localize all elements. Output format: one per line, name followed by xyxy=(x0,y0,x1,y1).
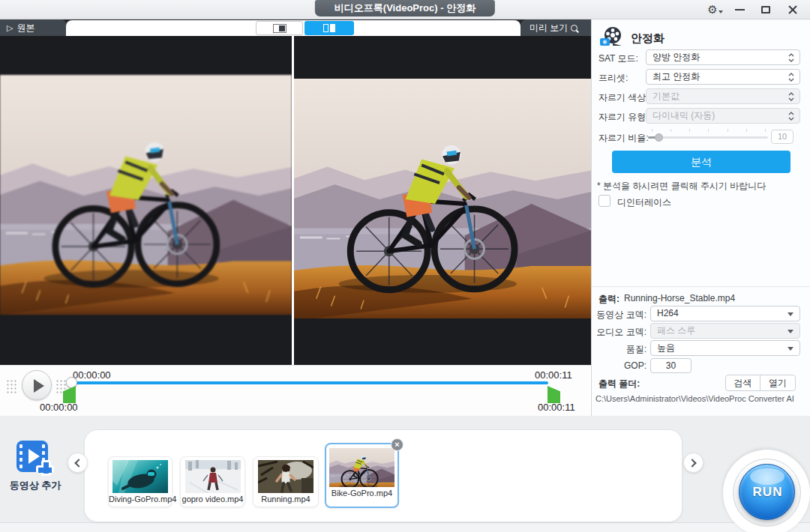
running-thumbnail xyxy=(258,460,314,493)
split-view-icon xyxy=(323,24,335,32)
film-reel-icon xyxy=(599,25,625,48)
timeline-bar: 00:00:00 00:00:11 00:00:00 00:00:11 xyxy=(0,365,591,416)
sat-mode-select[interactable]: 양방 안정화 xyxy=(646,49,800,65)
quality-value: 높음 xyxy=(657,342,675,353)
quality-select[interactable]: 높음 xyxy=(650,340,800,356)
panel-divider xyxy=(592,286,810,287)
maximize-button[interactable] xyxy=(755,0,776,19)
tab-original-label: 원본 xyxy=(16,22,34,33)
media-item-bike-selected[interactable]: × Bike-GoPro.mp4 xyxy=(325,443,399,508)
next-button[interactable] xyxy=(683,453,704,473)
media-item-running[interactable]: Running.mp4 xyxy=(253,456,319,507)
magnifier-icon xyxy=(571,25,578,31)
preset-select[interactable]: 최고 안정화 xyxy=(646,69,800,85)
trim-end-marker[interactable] xyxy=(548,386,560,403)
settings-gear-icon[interactable]: ⚙ xyxy=(704,1,722,18)
panel-title: 안정화 xyxy=(631,31,664,46)
play-button[interactable] xyxy=(22,370,52,400)
crop-ratio-input[interactable]: 10 xyxy=(771,130,794,144)
deinterlace-label: 디인터레이스 xyxy=(617,196,671,209)
media-item-name: Running.mp4 xyxy=(254,493,318,506)
audio-codec-select[interactable]: 패스 스루 xyxy=(650,323,800,339)
sat-mode-label: SAT 모드: xyxy=(598,52,638,65)
playhead-time: 00:00:00 xyxy=(73,369,111,381)
preview-button[interactable]: 미리 보기 xyxy=(520,19,591,36)
run-button-ring: RUN xyxy=(733,459,801,527)
bike-thumbnail xyxy=(329,448,394,487)
analyze-button[interactable]: 분석 xyxy=(612,151,790,173)
gop-label: GOP: xyxy=(596,360,646,371)
slider-thumb[interactable] xyxy=(655,133,663,142)
original-video-frame xyxy=(0,75,292,315)
run-gloss xyxy=(750,468,784,485)
stabilized-video-frame xyxy=(294,79,591,318)
play-outline-icon: ▷ xyxy=(7,23,13,32)
crop-color-value: 기본값 xyxy=(652,91,680,101)
add-video-label[interactable]: 동영상 추가 xyxy=(3,479,68,492)
media-item-name: gopro video.mp4 xyxy=(181,493,244,506)
view-toggle-single[interactable] xyxy=(256,21,303,35)
folder-buttons: 검색 열기 xyxy=(725,375,796,391)
prev-button[interactable] xyxy=(68,453,88,473)
crop-ratio-label: 자르기 비율: xyxy=(598,132,649,145)
preset-value: 최고 안정화 xyxy=(652,71,700,82)
crop-type-select[interactable]: 다이내믹 (자동) xyxy=(646,108,800,124)
minimize-button[interactable] xyxy=(729,0,750,19)
timeline-track[interactable] xyxy=(70,381,548,384)
play-icon xyxy=(34,379,44,393)
deinterlace-checkbox[interactable] xyxy=(598,195,610,207)
add-video-icon[interactable] xyxy=(16,441,54,477)
preview-toolbar: ▷원본 미리 보기 xyxy=(0,19,591,36)
drag-grip-icon[interactable] xyxy=(6,379,18,394)
spinner-arrows-icon xyxy=(788,52,794,63)
crop-ratio-slider[interactable] xyxy=(648,136,768,139)
videoproc-window: 비디오프록(VideoProc) - 안정화 ⚙ ▷원본 미리 보기 00:00… xyxy=(0,0,810,532)
slider-ticks xyxy=(652,129,766,132)
close-button[interactable] xyxy=(782,0,803,19)
crop-type-label: 자르기 유형: xyxy=(598,111,649,124)
crop-color-label: 자르기 색상: xyxy=(598,91,649,104)
crop-color-select[interactable]: 기본값 xyxy=(646,88,800,104)
end-time: 00:00:11 xyxy=(535,369,572,381)
gop-input[interactable]: 30 xyxy=(650,358,692,373)
media-item-gopro[interactable]: gopro video.mp4 xyxy=(180,456,245,507)
quality-label: 품질: xyxy=(596,343,646,356)
caret-down-icon xyxy=(788,312,794,316)
trim-start-time: 00:00:00 xyxy=(40,402,78,413)
window-title: 비디오프록(VideoProc) - 안정화 xyxy=(315,0,495,16)
media-item-diving[interactable]: Diving-GoPro.mp4 xyxy=(108,456,172,507)
preview-button-label: 미리 보기 xyxy=(530,19,568,36)
view-toggle-split[interactable] xyxy=(304,21,354,35)
open-button[interactable]: 열기 xyxy=(760,375,795,390)
output-folder-path: C:\Users\Administrator\Videos\VideoProc … xyxy=(596,394,794,403)
trim-end-time: 00:00:11 xyxy=(538,402,575,413)
audio-codec-label: 오디오 코덱: xyxy=(596,326,646,339)
spinner-arrows-icon xyxy=(788,111,794,121)
browse-button[interactable]: 검색 xyxy=(726,375,760,390)
run-button[interactable]: RUN xyxy=(739,464,795,520)
analyze-note: * 분석을 하시려면 클릭해 주시기 바랍니다 xyxy=(597,180,766,193)
maximize-icon xyxy=(761,6,770,13)
chevron-right-icon xyxy=(688,459,696,467)
audio-codec-value: 패스 스루 xyxy=(657,325,695,336)
preset-label: 프리셋: xyxy=(598,72,628,85)
original-video-pane xyxy=(0,36,292,365)
video-codec-select[interactable]: H264 xyxy=(650,306,800,321)
media-tray-section: 동영상 추가 Diving-GoPro.mp4 xyxy=(0,416,810,532)
single-view-icon xyxy=(273,24,286,33)
close-icon xyxy=(788,4,798,15)
stabilization-panel: 안정화 SAT 모드: 양방 안정화 프리셋: 최고 안정화 자르기 색상: 기… xyxy=(591,19,810,416)
title-bar: 비디오프록(VideoProc) - 안정화 ⚙ xyxy=(0,0,810,19)
output-folder-label: 출력 폴더: xyxy=(598,378,640,390)
tab-original[interactable]: ▷원본 xyxy=(0,19,66,36)
output-label: 출력: xyxy=(598,293,620,306)
remove-media-icon[interactable]: × xyxy=(391,438,404,451)
minimize-icon xyxy=(735,9,745,10)
bottom-strip xyxy=(0,522,810,532)
video-codec-label: 동영상 코덱: xyxy=(596,309,646,321)
video-compare-area xyxy=(0,36,591,365)
caret-down-icon xyxy=(788,330,794,333)
media-item-name: Diving-GoPro.mp4 xyxy=(109,493,172,506)
run-button-bump: RUN xyxy=(723,450,810,532)
crop-type-value: 다이내믹 (자동) xyxy=(652,110,715,121)
